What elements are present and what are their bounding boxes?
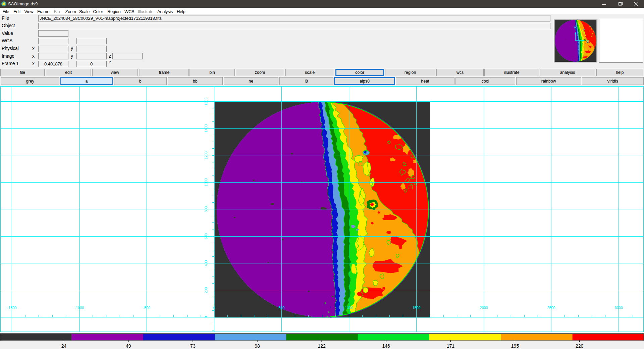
svg-text:1200: 1200 [204, 151, 208, 159]
svg-text:1400: 1400 [204, 124, 208, 133]
svg-text:220: 220 [576, 343, 584, 349]
svg-text:195: 195 [511, 343, 519, 349]
svg-text:3000: 3000 [615, 306, 623, 310]
svg-text:0: 0 [213, 306, 215, 310]
svg-text:1000: 1000 [204, 178, 208, 186]
svg-text:146: 146 [382, 343, 390, 349]
svg-text:98: 98 [255, 343, 260, 349]
svg-text:49: 49 [126, 343, 131, 349]
svg-text:-1500: -1500 [7, 306, 17, 310]
svg-text:1000: 1000 [345, 306, 353, 310]
svg-text:1500: 1500 [413, 306, 421, 310]
svg-text:2500: 2500 [547, 306, 555, 310]
svg-text:400: 400 [204, 260, 208, 266]
svg-text:600: 600 [204, 233, 208, 239]
svg-text:1600: 1600 [204, 97, 208, 105]
svg-text:24: 24 [61, 343, 67, 349]
svg-text:X: X [586, 39, 589, 44]
svg-text:800: 800 [204, 206, 208, 212]
svg-text:-1000: -1000 [75, 306, 84, 310]
svg-text:-500: -500 [143, 306, 151, 310]
svg-text:171: 171 [447, 343, 455, 349]
svg-text:200: 200 [204, 287, 208, 293]
svg-text:0: 0 [204, 316, 208, 318]
svg-text:Y: Y [574, 26, 577, 31]
svg-text:73: 73 [190, 343, 196, 349]
svg-text:500: 500 [278, 306, 284, 310]
svg-text:2000: 2000 [480, 306, 488, 310]
svg-text:122: 122 [318, 343, 326, 349]
